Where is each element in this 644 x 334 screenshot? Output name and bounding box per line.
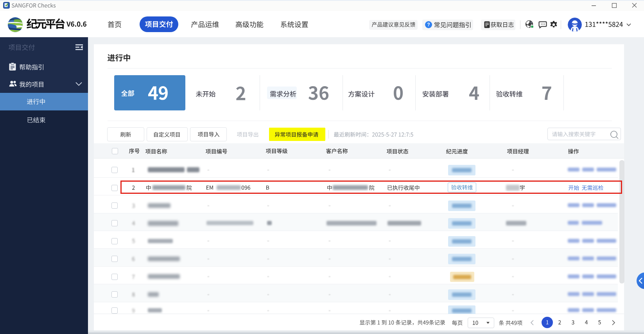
svg-text:?: ? <box>427 22 430 27</box>
